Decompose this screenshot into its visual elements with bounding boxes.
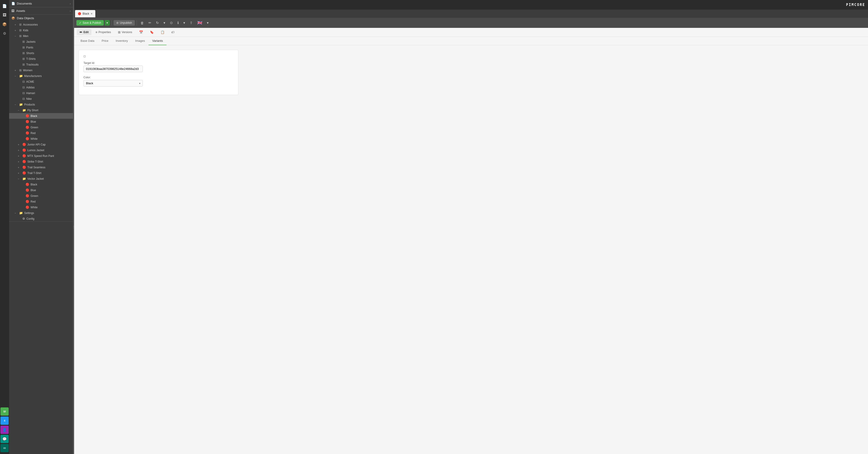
sidebar-data-objects-header[interactable]: 📦 Data Objects — [9, 15, 73, 22]
sidebar-item-red-flyshort[interactable]: 🔴 Red — [9, 130, 73, 136]
expand-icon: + — [18, 154, 21, 157]
sidebar-item-men[interactable]: − ⊞ Men — [9, 33, 73, 39]
form-card: ◻ Target Id: Color: Black Blue Green Red… — [79, 50, 238, 95]
sidebar-item-black-vector[interactable]: 🔴 Black — [9, 181, 73, 187]
sidebar-item-red-vector[interactable]: 🔴 Red — [9, 199, 73, 204]
sidebar-tree: + ⊞ Accessories + ⊞ Kids − ⊞ Men ⊞ Jacke… — [9, 22, 73, 222]
sidebar-item-tracksuits[interactable]: ⊞ Tracksuits — [9, 62, 73, 67]
sidebar-item-green-flyshort[interactable]: 🔴 Green — [9, 124, 73, 130]
sidebar-item-label: Lumos Jacket — [27, 149, 71, 152]
unpublish-label: Unpublish — [120, 21, 132, 24]
sidebar-item-label: Red — [31, 132, 71, 135]
icon-bar-symfony[interactable]: Sf — [0, 407, 9, 416]
icon-bar-data-objects[interactable]: 📦 — [0, 20, 9, 28]
left-icon-bar: 📄 🖼 📦 ⚙ Sf 4 👤 💬 ∞ — [0, 0, 9, 454]
save-publish-dropdown-button[interactable]: ▾ — [105, 20, 110, 26]
product-icon: 🔴 — [26, 194, 29, 198]
sidebar-item-nike[interactable]: ⊟ Nike — [9, 96, 73, 102]
sidebar-item-shorts[interactable]: ⊞ Shorts — [9, 50, 73, 56]
location-button[interactable]: ⊙ — [168, 20, 175, 26]
info-button[interactable]: ℹ — [176, 20, 181, 26]
sidebar-item-strike-tshirt[interactable]: + 🔴 Strike T-Shirt — [9, 159, 73, 164]
class-icon: ⊟ — [22, 97, 25, 101]
sidebar-item-acme[interactable]: ⊟ ACME — [9, 79, 73, 85]
edit-tab-schedule[interactable]: 📅 — [136, 29, 146, 35]
sidebar-item-blue-flyshort[interactable]: 🔴 Blue — [9, 119, 73, 124]
target-id-input[interactable] — [84, 65, 143, 72]
icon-bar-user[interactable]: 👤 — [0, 426, 9, 434]
sidebar-item-accessories[interactable]: + ⊞ Accessories — [9, 22, 73, 27]
tab-variants[interactable]: Variants — [149, 37, 166, 45]
language-button[interactable]: 🇬🇧 — [195, 19, 204, 27]
sidebar-documents-header[interactable]: 📄 Documents › — [9, 0, 73, 7]
sidebar-item-label: Nike — [26, 97, 71, 101]
icon-bar-badge[interactable]: 4 — [0, 417, 9, 425]
card-collapse-icon[interactable]: ◻ — [84, 55, 86, 58]
sidebar-item-flyshort[interactable]: − 📁 Fly Short — [9, 107, 73, 113]
sidebar-item-white-flyshort[interactable]: 🔴 White — [9, 136, 73, 142]
sidebar-item-blue-vector[interactable]: 🔴 Blue — [9, 187, 73, 193]
icon-bar-messages[interactable]: 💬 — [0, 435, 9, 443]
edit-tab-edit[interactable]: ✏ Edit — [77, 29, 91, 35]
sidebar-item-jackets[interactable]: ⊞ Jackets — [9, 39, 73, 45]
class-icon: ⊞ — [19, 68, 22, 72]
sidebar-item-mtx-pant[interactable]: + 🔴 MTX Speed Run Pant — [9, 153, 73, 159]
unpublish-button[interactable]: ⊘ Unpublish — [114, 20, 134, 26]
sidebar-item-trail-tshirt[interactable]: + 🔴 Trail T-Shirt — [9, 170, 73, 176]
share-button[interactable]: ⇧ — [188, 20, 194, 26]
more-dropdown-button[interactable]: ▾ — [182, 20, 187, 26]
sidebar-item-junior-cap[interactable]: + 🔴 Junior API Cap — [9, 142, 73, 147]
sidebar-item-pants[interactable]: ⊞ Pants — [9, 45, 73, 50]
icon-bar-settings[interactable]: ⚙ — [0, 29, 9, 37]
sidebar-item-settings[interactable]: − 📁 Settings — [9, 210, 73, 216]
tab-close-button[interactable]: ✕ — [91, 12, 93, 15]
edit-tab-tasks[interactable]: 📋 — [158, 29, 167, 35]
tab-images[interactable]: Images — [132, 37, 149, 45]
sidebar-item-config[interactable]: ⚙ Config — [9, 216, 73, 222]
tab-black[interactable]: 🔴 Black ✕ — [75, 10, 95, 17]
edit-tab-bookmark[interactable]: 🔖 — [147, 29, 156, 35]
sidebar-item-black-flyshort[interactable]: 🔴 Black — [9, 113, 73, 119]
tab-base-data[interactable]: Base Data — [77, 37, 98, 45]
tab-inventory[interactable]: Inventory — [112, 37, 131, 45]
bookmark-icon: 🔖 — [150, 30, 154, 34]
refresh-icon: ↻ — [156, 21, 159, 25]
sidebar-item-label: Trail Seamless — [27, 166, 71, 169]
sidebar-item-tshirts[interactable]: ⊞ T-Shirts — [9, 56, 73, 62]
edit-tab-versions[interactable]: ⊞ Versions — [115, 29, 135, 35]
edit-button[interactable]: ✏ — [147, 20, 153, 26]
delete-button[interactable]: 🗑 — [139, 20, 146, 26]
refresh-button[interactable]: ↻ — [154, 20, 161, 26]
sidebar-item-label: Kids — [23, 29, 71, 32]
color-select[interactable]: Black Blue Green Red White — [84, 80, 143, 87]
sidebar-item-kids[interactable]: + ⊞ Kids — [9, 27, 73, 33]
refresh-dropdown-button[interactable]: ▾ — [162, 20, 167, 26]
sidebar-item-white-vector[interactable]: 🔴 White — [9, 204, 73, 210]
sidebar-item-lumos-jacket[interactable]: + 🔴 Lumos Jacket — [9, 147, 73, 153]
language-dropdown-button[interactable]: ▾ — [205, 20, 211, 26]
sidebar-item-vector-jacket[interactable]: − 📁 Vector Jacket — [9, 176, 73, 181]
sidebar-item-adidas[interactable]: ⊟ Adidas — [9, 85, 73, 90]
save-publish-button[interactable]: ✓ Save & Publish — [76, 20, 104, 26]
sidebar-item-trail-seamless[interactable]: + 🔴 Trail Seamless — [9, 164, 73, 170]
sidebar-resize-handle[interactable] — [73, 0, 74, 454]
edit-tab-properties[interactable]: ≡ Properties — [93, 29, 114, 35]
edit-tab-tag[interactable]: 🏷 — [168, 29, 177, 35]
sidebar-item-products[interactable]: − 📁 Products — [9, 102, 73, 107]
sidebar-assets-header[interactable]: 🖼 Assets › — [9, 7, 73, 15]
properties-icon: ≡ — [96, 30, 97, 34]
sidebar-item-label: Blue — [31, 120, 71, 123]
sidebar-item-label: Junior API Cap — [27, 143, 71, 146]
icon-bar-assets[interactable]: 🖼 — [0, 11, 9, 19]
icon-bar-documents[interactable]: 📄 — [0, 2, 9, 10]
sidebar-item-manufacturers[interactable]: − 📁 Manufacturers — [9, 73, 73, 79]
icon-bar-loop[interactable]: ∞ — [0, 444, 9, 452]
sidebar-item-label: Blue — [31, 189, 71, 192]
schedule-icon: 📅 — [139, 30, 143, 34]
tab-price[interactable]: Price — [98, 37, 112, 45]
product-icon: 🔴 — [26, 120, 29, 123]
sidebar-item-hamari[interactable]: ⊟ Hamari — [9, 90, 73, 96]
sidebar-item-label: Accessories — [23, 23, 71, 26]
sidebar-item-green-vector[interactable]: 🔴 Green — [9, 193, 73, 199]
sidebar-item-women[interactable]: + ⊞ Women — [9, 67, 73, 73]
